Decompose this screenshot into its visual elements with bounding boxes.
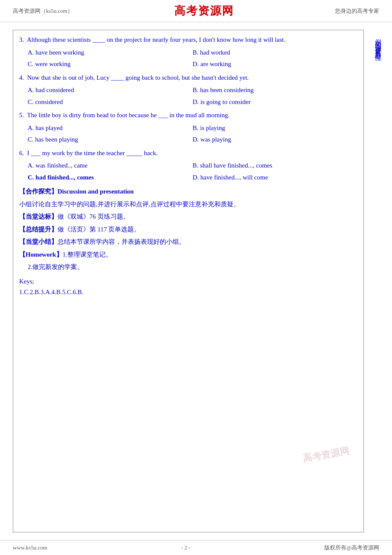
page-footer: www.ks5u.com - 2 - 版权所有@高考资源网 (0, 540, 392, 555)
side-bar-text: 例句的选择要有典型性 (374, 34, 383, 51)
q6-option-a: A. was finished.., came (28, 160, 193, 171)
header-left: 高考资源网（ks5u.com） (13, 7, 73, 15)
target-body: 做《双城》76 页练习题。 (58, 213, 130, 220)
class-summary-title: 【当堂小结】 (19, 238, 58, 245)
site-logo: 高考资源网 (174, 4, 234, 17)
side-bar: 例句的选择要有典型性 (372, 26, 384, 536)
q5-text: 5. The little boy is dirty from head to … (19, 112, 230, 119)
question-4: 4. Now that she is out of job, Lucy ____… (19, 72, 357, 84)
q5-option-a: A. has played (28, 123, 193, 134)
q6-options: A. was finished.., came B. shall have fi… (28, 160, 357, 183)
question-3: 3. Although these scientists ____ on the… (19, 35, 357, 46)
header-center: 高考资源网 (174, 3, 234, 18)
homework-section: 【Homework】1.整理课堂笔记。 (19, 249, 357, 260)
target-section: 【当堂达标】做《双城》76 页练习题。 (19, 211, 357, 223)
q6-option-row-2: C. had finished..., comes D. have finish… (28, 172, 357, 183)
q5-option-c: C. has been playing (28, 134, 193, 145)
footer-center: - 2 - (181, 544, 190, 551)
discussion-title: 【合作探究】Discussion and presentation (19, 186, 357, 197)
q3-option-b: B. had worked (193, 47, 357, 58)
discussion-body: 小组讨论自主学习中的问题,并进行展示和点评,点评过程中要注意补充和质疑。 (19, 199, 357, 210)
class-summary-section: 【当堂小结】总结本节课所学内容，并表扬表现好的小组。 (19, 237, 357, 248)
q4-options: A. had considered B. has been considerin… (28, 85, 357, 107)
q6-option-row-1: A. was finished.., came B. shall have fi… (28, 160, 357, 171)
q5-option-b: B. is playing (193, 123, 357, 134)
q5-option-d: D. was playing (193, 134, 357, 145)
homework-title: 【Homework】 (19, 251, 63, 258)
homework-2: 2.做完新发的学案。 (28, 262, 357, 273)
q4-option-c: C. considered (28, 97, 193, 108)
question-5: 5. The little boy is dirty from head to … (19, 110, 357, 121)
main-content: 3. Although these scientists ____ on the… (0, 22, 392, 540)
q6-option-d: D. have finished..., will come (193, 172, 357, 183)
q3-option-d: D. are working (193, 59, 357, 70)
q4-option-row-2: C. considered D. is going to consider (28, 97, 357, 108)
keys-section: Keys; 1.C.2.B.3.A.4.B.5.C.6.B. (19, 276, 357, 298)
content-box: 3. Although these scientists ____ on the… (13, 30, 364, 532)
summary-body: 做《活页》第 117 页单选题。 (58, 226, 140, 233)
q4-option-row-1: A. had considered B. has been considerin… (28, 85, 357, 96)
q5-option-row-2: C. has been playing D. was playing (28, 134, 357, 145)
q6-option-b: B. shall have finished..., comes (193, 160, 357, 171)
footer-left: www.ks5u.com (13, 544, 47, 551)
q4-option-a: A. had considered (28, 85, 193, 96)
q4-option-d: D. is going to consider (193, 97, 357, 108)
page-header: 高考资源网（ks5u.com） 高考资源网 您身边的高考专家 (0, 0, 392, 22)
q4-option-b: B. has been considering (193, 85, 357, 96)
q3-options: A. have been working B. had worked C. we… (28, 47, 357, 70)
q3-option-a: A. have been working (28, 47, 193, 58)
question-6: 6. I ___ my work by the time the teacher… (19, 148, 357, 159)
q5-options: A. has played B. is playing C. has been … (28, 123, 357, 145)
keys-answers: 1.C.2.B.3.A.4.B.5.C.6.B. (19, 287, 357, 298)
q6-text: 6. I ___ my work by the time the teacher… (19, 150, 158, 156)
q3-option-row-1: A. have been working B. had worked (28, 47, 357, 58)
q5-option-row-1: A. has played B. is playing (28, 123, 357, 134)
summary-section: 【总结提升】做《活页》第 117 页单选题。 (19, 224, 357, 235)
q3-option-c: C. were working (28, 59, 193, 70)
q3-text: 3. Although these scientists ____ on the… (19, 36, 285, 43)
q6-option-c: C. had finished..., comes (28, 172, 193, 183)
class-summary-body: 总结本节课所学内容，并表扬表现好的小组。 (58, 238, 185, 245)
q3-option-row-2: C. were working D. are working (28, 59, 357, 70)
q4-text: 4. Now that she is out of job, Lucy ____… (19, 74, 249, 81)
keys-label: Keys; (19, 276, 357, 287)
footer-right: 版权所有@高考资源网 (324, 544, 379, 552)
summary-title: 【总结提升】 (19, 226, 58, 233)
homework-1: 1.整理课堂笔记。 (63, 251, 112, 258)
target-title: 【当堂达标】 (19, 213, 58, 220)
header-right: 您身边的高考专家 (335, 7, 379, 15)
